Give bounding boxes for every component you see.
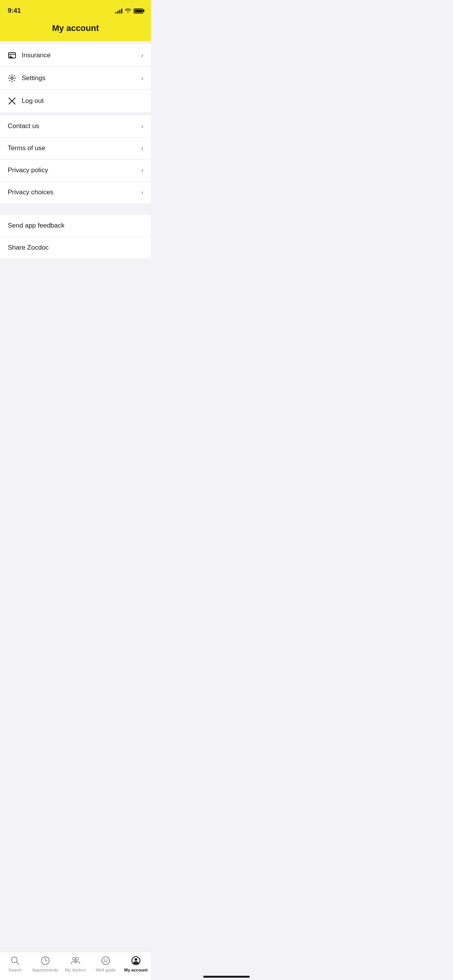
menu-item-contact-us[interactable]: Contact us › bbox=[0, 115, 151, 137]
page-title: My account bbox=[8, 23, 143, 33]
menu-item-terms-of-use[interactable]: Terms of use › bbox=[0, 137, 151, 159]
status-bar: 9:41 bbox=[0, 0, 151, 19]
svg-point-4 bbox=[11, 77, 13, 79]
settings-chevron: › bbox=[141, 75, 143, 82]
logout-label: Log out bbox=[22, 97, 44, 105]
settings-label: Settings bbox=[22, 74, 45, 82]
wifi-icon bbox=[125, 8, 131, 14]
contact-us-label: Contact us bbox=[8, 122, 39, 130]
contact-us-chevron: › bbox=[141, 123, 143, 130]
insurance-icon bbox=[8, 51, 16, 60]
menu-section-2: Contact us › Terms of use › Privacy poli… bbox=[0, 115, 151, 203]
privacy-policy-chevron: › bbox=[141, 167, 143, 174]
send-feedback-label: Send app feedback bbox=[8, 222, 65, 230]
terms-chevron: › bbox=[141, 145, 143, 152]
privacy-policy-label: Privacy policy bbox=[8, 166, 48, 174]
menu-item-share-zocdoc[interactable]: Share Zocdoc bbox=[0, 237, 151, 259]
menu-item-privacy-choices[interactable]: Privacy choices › bbox=[0, 182, 151, 203]
menu-item-settings[interactable]: Settings › bbox=[0, 67, 151, 90]
menu-item-logout[interactable]: Log out bbox=[0, 90, 151, 112]
insurance-chevron: › bbox=[141, 52, 143, 59]
menu-section-3: Send app feedback Share Zocdoc bbox=[0, 215, 151, 259]
privacy-choices-label: Privacy choices bbox=[8, 188, 53, 196]
share-zocdoc-label: Share Zocdoc bbox=[8, 244, 49, 252]
logout-icon bbox=[8, 97, 16, 105]
battery-icon bbox=[134, 9, 143, 14]
menu-item-send-feedback[interactable]: Send app feedback bbox=[0, 215, 151, 237]
content-spacer bbox=[0, 259, 151, 336]
menu-item-privacy-policy[interactable]: Privacy policy › bbox=[0, 159, 151, 182]
menu-section-1: Insurance › Settings › Log out bbox=[0, 44, 151, 112]
privacy-choices-chevron: › bbox=[141, 189, 143, 196]
signal-icon bbox=[115, 8, 122, 14]
settings-icon bbox=[8, 74, 16, 82]
insurance-label: Insurance bbox=[22, 51, 51, 59]
status-icons bbox=[115, 8, 143, 14]
terms-label: Terms of use bbox=[8, 144, 45, 152]
page-header: My account bbox=[0, 19, 151, 41]
status-time: 9:41 bbox=[8, 7, 21, 15]
menu-item-insurance[interactable]: Insurance › bbox=[0, 44, 151, 67]
